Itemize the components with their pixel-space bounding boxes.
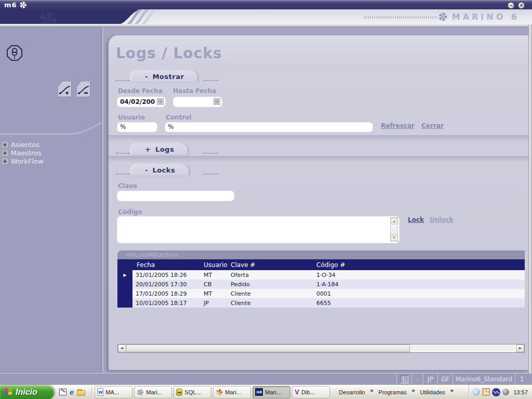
tab-dots-left xyxy=(116,174,130,175)
cerrar-link[interactable]: Cerrar xyxy=(421,122,444,129)
system-tray: ‹ 13:57 xyxy=(469,385,532,399)
desde-fecha-label: Desde Fecha xyxy=(118,87,163,95)
table-row[interactable]: 17/01/2005 18:29 MT Cliente 0001 xyxy=(117,289,525,298)
control-label: Control xyxy=(166,114,192,121)
desde-datepicker-icon[interactable] xyxy=(157,98,164,105)
marino-brand-icon xyxy=(438,12,448,22)
status-cell-count: 1 xyxy=(515,374,528,384)
usuario-input[interactable] xyxy=(117,122,157,132)
tree-item-maestros[interactable]: + Maestros xyxy=(2,149,44,157)
tree-item-asientos[interactable]: + Asientos xyxy=(2,140,44,149)
grid-header-row: Fecha Usuario Clave # Código # xyxy=(117,260,525,270)
expand-plus-icon[interactable]: + xyxy=(2,158,8,164)
clave-label: Clave xyxy=(118,182,137,190)
tab-locks[interactable]: - Locks xyxy=(131,164,189,176)
sidebar-divider-curve xyxy=(0,121,102,136)
col-header-usuario[interactable]: Usuario xyxy=(201,261,227,269)
section-shadow xyxy=(109,156,528,163)
horizontal-scrollbar[interactable]: ◄ ► xyxy=(117,344,525,353)
app-tray-icon[interactable] xyxy=(492,388,500,396)
row-selector-icon[interactable]: ▶ xyxy=(117,270,132,280)
folder-icon[interactable] xyxy=(77,390,85,396)
volume-tray-icon[interactable] xyxy=(502,389,509,395)
tab-dots-left xyxy=(116,153,130,154)
table-row[interactable]: ▶ 31/01/2005 18:26 MT Oferta 1·O·34 xyxy=(117,270,525,280)
scheduler-tray-icon[interactable] xyxy=(482,388,490,396)
col-header-codigo[interactable]: Código # xyxy=(313,261,525,269)
collapse-panel-add-icon[interactable] xyxy=(58,82,72,97)
locks-grid: Fecha Usuario Clave # Código # ▶ 31/01/2… xyxy=(117,259,525,308)
tab-dots-right xyxy=(203,174,219,175)
close-button[interactable]: × xyxy=(518,2,525,9)
marino-pinwheel-icon xyxy=(19,1,27,9)
logs-locks-panel: Logs / Locks - Mostrar Desde Fecha Hasta… xyxy=(108,35,528,370)
scrollbar-track[interactable] xyxy=(410,344,516,352)
table-row[interactable]: 20/01/2005 17:30 CB Pedido 1·A·184 xyxy=(117,280,525,289)
tab-mostrar[interactable]: - Mostrar xyxy=(131,71,197,82)
table-row[interactable]: 10/01/2005 18:17 JP Cliente 6655 xyxy=(117,298,525,308)
menu-programas[interactable]: Programas xyxy=(376,389,410,395)
show-desktop-icon[interactable] xyxy=(59,389,66,395)
col-header-fecha[interactable]: Fecha xyxy=(132,261,201,269)
sidebar: + Asientos + Maestros + WorkFlow xyxy=(0,27,102,373)
status-cell-dash: - xyxy=(411,374,423,384)
task-button-dibujo[interactable]: V Dib... xyxy=(292,386,330,398)
scroll-down-icon[interactable]: ▼ xyxy=(391,234,397,241)
task-button-marino6-active[interactable]: m6 Mari... xyxy=(252,386,290,398)
start-button[interactable]: Inicio xyxy=(0,385,54,399)
grid-caption: m6LockM6Lectura xyxy=(117,250,525,259)
codigo-label: Código xyxy=(118,208,142,216)
window-right-border xyxy=(528,24,532,384)
lock-link[interactable]: Lock xyxy=(408,216,424,223)
menu-utilidades[interactable]: Utilidades xyxy=(417,389,448,395)
tab-logs[interactable]: + Logs xyxy=(131,143,188,155)
scrollbar-thumb[interactable] xyxy=(126,344,410,352)
tab-dots-right xyxy=(203,153,219,154)
minimize-button[interactable]: − xyxy=(508,2,514,9)
codigo-scrollbar[interactable]: ▲ ▼ xyxy=(390,217,398,242)
chevron-icon[interactable]: » xyxy=(370,387,373,393)
expand-plus-icon[interactable]: + xyxy=(2,142,8,148)
taskbar: Inicio e W MA... Mari... xyxy=(0,384,532,399)
task-button-marino-gray[interactable]: Mari... xyxy=(134,386,172,398)
titlebar: m6 − × xyxy=(0,0,532,9)
unlock-link[interactable]: Unlock xyxy=(430,216,454,223)
banner: MARINO 6 xyxy=(0,9,532,24)
banner-dotted-texture xyxy=(364,16,437,19)
hide-icons-chevron-icon[interactable]: ‹ xyxy=(472,388,480,396)
status-cell-company: GF xyxy=(437,374,453,384)
brand-text: MARINO 6 xyxy=(452,12,520,22)
grid-selector-header xyxy=(117,260,132,270)
section-shadow xyxy=(109,135,528,142)
refrescar-link[interactable]: Refrescar xyxy=(381,122,415,129)
clave-input[interactable] xyxy=(117,190,234,201)
marino-color-icon xyxy=(216,389,223,396)
menu-desarrollo[interactable]: Desarrollo xyxy=(336,389,368,395)
tree-item-workflow[interactable]: + WorkFlow xyxy=(2,157,44,165)
scroll-up-icon[interactable]: ▲ xyxy=(391,218,397,224)
word-icon: W xyxy=(97,388,103,396)
task-button-sql[interactable]: SQL... xyxy=(174,386,211,398)
marino-gray-icon xyxy=(137,389,144,396)
chevron-icon[interactable]: » xyxy=(411,387,415,393)
taskbar-toolbars: Desarrollo » Programas » Utilidades » xyxy=(336,389,454,395)
task-button-marino-color[interactable]: Mari... xyxy=(213,386,251,398)
chevron-icon[interactable]: » xyxy=(450,387,454,393)
expand-plus-icon[interactable]: + xyxy=(2,150,8,156)
col-header-clave[interactable]: Clave # xyxy=(227,261,313,269)
usuario-label: Usuario xyxy=(118,114,145,121)
collapse-panel-remove-icon[interactable] xyxy=(77,82,90,97)
hasta-datepicker-icon[interactable] xyxy=(214,98,220,105)
statusbar: L - JP GF Marino6_Standard 1 xyxy=(0,373,532,384)
codigo-textarea[interactable] xyxy=(118,217,388,242)
m6-logo-text: m6 xyxy=(4,1,17,9)
task-button-word[interactable]: W MA... xyxy=(95,386,132,398)
hasta-fecha-label: Hasta Fecha xyxy=(173,87,216,95)
control-input[interactable] xyxy=(165,122,373,132)
pin-icon[interactable] xyxy=(6,45,23,61)
paint-icon: V xyxy=(295,389,299,395)
internet-explorer-icon[interactable]: e xyxy=(70,388,74,396)
app-window: m6 − × xyxy=(0,0,532,399)
scroll-left-icon[interactable]: ◄ xyxy=(118,344,126,352)
scroll-right-icon[interactable]: ► xyxy=(516,344,524,352)
